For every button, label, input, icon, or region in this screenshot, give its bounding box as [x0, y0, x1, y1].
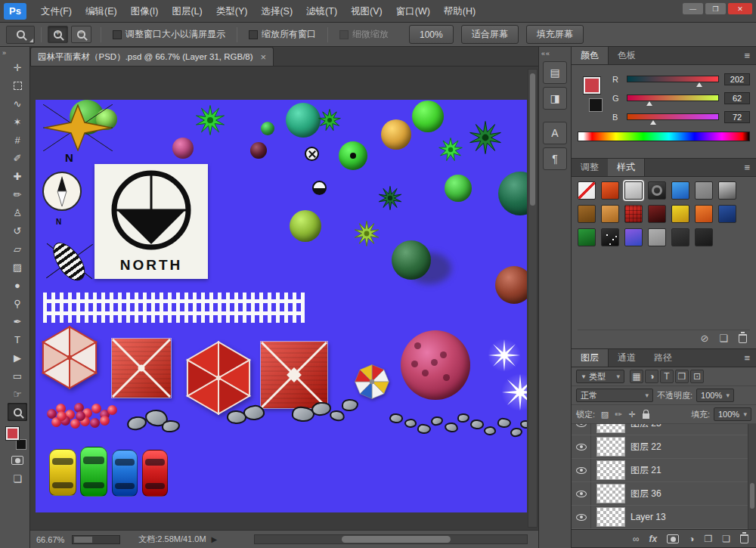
tab-swatches[interactable]: 色板 [609, 47, 645, 64]
panel-menu-icon[interactable]: ≡ [738, 349, 756, 367]
style-swatch[interactable] [648, 228, 666, 246]
filter-icon-3[interactable]: ❒ [675, 370, 689, 383]
channel-value[interactable]: 62 [724, 92, 750, 104]
lock-icon-0[interactable]: ▨ [599, 408, 611, 420]
style-swatch[interactable] [624, 181, 643, 200]
slider-thumb[interactable] [696, 82, 702, 87]
visibility-toggle[interactable] [572, 506, 591, 528]
filter-icon-1[interactable]: ◑ [645, 370, 658, 383]
layers-scrollbar[interactable] [748, 424, 756, 529]
menu-view[interactable]: 视图(V) [344, 6, 389, 17]
eraser-tool[interactable]: ▱ [8, 240, 27, 258]
lock-icon-1[interactable]: ✏ [612, 408, 624, 420]
style-swatch[interactable] [648, 181, 666, 200]
horizontal-scrollbar-thumb[interactable] [342, 536, 451, 543]
paragraph-panel-button[interactable]: ¶ [543, 147, 567, 170]
option-check-1[interactable]: 缩放所有窗口 [249, 28, 316, 41]
screen-mode-button[interactable]: ❏ [8, 469, 27, 488]
filter-icon-4[interactable]: ⊡ [690, 370, 704, 383]
tab-adjustments[interactable]: 调整 [572, 159, 608, 176]
collapsed-panel-button-1[interactable]: ▤ [543, 61, 567, 84]
zoom-level[interactable]: 66.67% [36, 535, 64, 544]
new-group-button[interactable]: ❐ [704, 534, 712, 544]
slider-thumb[interactable] [650, 120, 656, 125]
hand-tool[interactable]: ☞ [8, 385, 27, 403]
layer-style-button[interactable]: fx [649, 534, 658, 544]
maximize-button[interactable]: ❐ [705, 3, 726, 14]
collapse-tools-chevron[interactable]: » [0, 47, 29, 58]
zoom-in-button[interactable] [48, 26, 68, 43]
style-swatch[interactable] [578, 228, 596, 246]
tab-styles[interactable]: 样式 [608, 159, 645, 176]
style-swatch[interactable] [718, 205, 736, 223]
menu-help[interactable]: 帮助(H) [437, 6, 482, 17]
rectangle-tool[interactable]: ▭ [8, 367, 27, 385]
layer-row[interactable]: 图层 22 [572, 435, 756, 459]
crop-tool[interactable]: # [8, 131, 27, 149]
style-swatch[interactable] [718, 181, 736, 200]
canvas-image[interactable]: NNORTHN [36, 100, 527, 512]
style-swatch[interactable] [671, 228, 689, 246]
channel-slider[interactable] [627, 94, 719, 101]
channel-slider[interactable] [627, 113, 719, 120]
panel-menu-icon[interactable]: ≡ [738, 47, 756, 64]
path-selection-tool[interactable]: ▶ [8, 348, 27, 367]
brush-tool[interactable]: ✏ [8, 185, 27, 203]
filter-icon-0[interactable]: ▦ [630, 370, 643, 383]
foreground-color-swatch[interactable] [6, 427, 19, 440]
blur-tool[interactable]: ● [8, 276, 27, 294]
menu-edit[interactable]: 编辑(E) [79, 6, 124, 17]
style-swatch[interactable] [624, 205, 643, 223]
style-swatch[interactable] [671, 181, 689, 200]
expand-panels-chevron[interactable]: «« [539, 48, 571, 59]
zoom-tool-preview[interactable] [6, 26, 35, 44]
style-swatch[interactable] [601, 181, 619, 200]
gradient-tool[interactable]: ▨ [8, 258, 27, 276]
fill-screen-button[interactable]: 填充屏幕 [526, 25, 584, 44]
quick-mask-button[interactable] [8, 451, 27, 469]
style-swatch[interactable] [695, 205, 713, 223]
menu-image[interactable]: 图像(I) [124, 6, 166, 17]
healing-brush-tool[interactable]: ✚ [8, 167, 27, 185]
visibility-toggle[interactable] [572, 459, 591, 481]
delete-layer-button[interactable] [740, 534, 748, 543]
clone-stamp-tool[interactable]: ♙ [8, 203, 27, 221]
character-panel-button[interactable]: A [543, 122, 567, 144]
style-swatch[interactable] [601, 228, 619, 246]
style-swatch[interactable] [624, 228, 643, 246]
color-swatch-widget[interactable] [6, 427, 27, 450]
visibility-toggle[interactable] [572, 482, 591, 505]
tab-channels[interactable]: 通道 [609, 349, 645, 367]
eyedropper-tool[interactable]: ✐ [8, 149, 27, 167]
channel-value[interactable]: 202 [724, 73, 750, 85]
horizontal-scrollbar[interactable] [254, 534, 528, 544]
visibility-toggle[interactable] [572, 424, 591, 435]
channel-value[interactable]: 72 [724, 111, 750, 123]
pen-tool[interactable]: ✒ [8, 312, 27, 330]
move-tool[interactable]: ✛ [8, 58, 27, 76]
foreground-color-swatch[interactable] [584, 77, 600, 94]
menu-layer[interactable]: 图层(L) [165, 6, 209, 17]
background-color-swatch[interactable] [589, 98, 603, 112]
fit-screen-button[interactable]: 适合屏幕 [461, 25, 519, 44]
visibility-toggle[interactable] [572, 435, 591, 458]
opacity-dropdown[interactable]: 100% ▾ [696, 389, 734, 402]
style-swatch[interactable] [578, 205, 596, 223]
blend-mode-dropdown[interactable]: 正常 ▾ [576, 389, 653, 402]
filter-icon-2[interactable]: T [660, 370, 674, 383]
lock-all-button[interactable] [640, 408, 652, 420]
zoom-out-button[interactable] [71, 26, 91, 43]
style-swatch[interactable] [695, 228, 713, 246]
status-mini-thumb[interactable] [74, 537, 92, 543]
canvas-area[interactable]: NNORTHN [30, 67, 538, 530]
minimize-button[interactable]: — [683, 3, 703, 14]
history-brush-tool[interactable]: ↺ [8, 221, 27, 240]
tab-paths[interactable]: 路径 [645, 349, 681, 367]
menu-select[interactable]: 选择(S) [254, 6, 299, 17]
add-mask-button[interactable] [667, 534, 679, 543]
color-panel-swatch[interactable] [584, 76, 608, 118]
zoom-tool[interactable] [8, 403, 27, 421]
menu-window[interactable]: 窗口(W) [389, 6, 437, 17]
marquee-tool[interactable] [8, 76, 27, 94]
clear-style-button[interactable]: ⊘ [700, 333, 708, 344]
